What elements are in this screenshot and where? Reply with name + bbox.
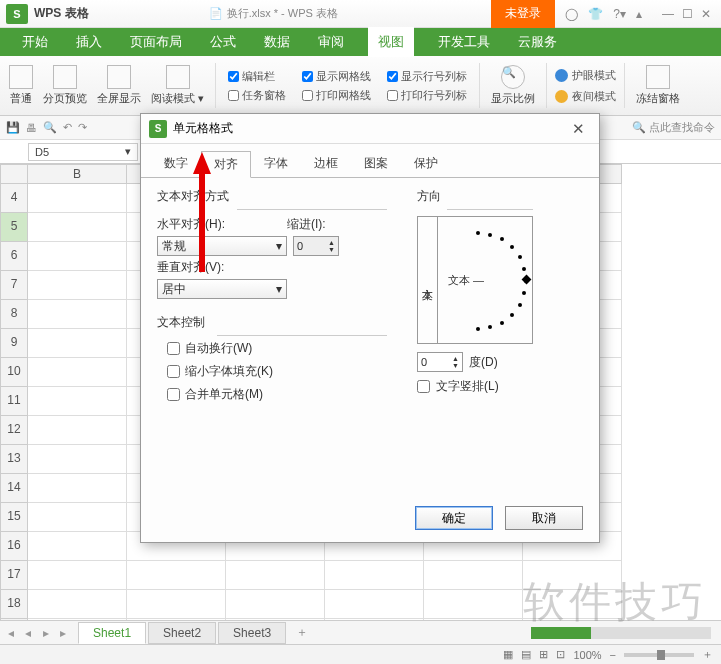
ok-button[interactable]: 确定 [415,506,493,530]
zoom-button[interactable]: 🔍显示比例 [488,65,538,106]
cell-G18[interactable] [523,590,622,619]
row-head-4[interactable]: 4 [0,184,28,213]
ribbon-分页预览[interactable]: 分页预览 [40,65,90,106]
menu-视图[interactable]: 视图 [368,27,414,57]
row-head-10[interactable]: 10 [0,358,28,387]
qat-preview-icon[interactable]: 🔍 [43,121,57,134]
cell-B7[interactable] [28,271,127,300]
cell-B14[interactable] [28,474,127,503]
cell-B9[interactable] [28,329,127,358]
halign-combo[interactable]: 常规▾ [157,236,287,256]
dialog-tab-对齐[interactable]: 对齐 [201,151,251,178]
cell-B6[interactable] [28,242,127,271]
ribbon-check-任务窗格[interactable]: 任务窗格 [228,88,286,103]
cell-B13[interactable] [28,445,127,474]
cell-E18[interactable] [325,590,424,619]
cell-B8[interactable] [28,300,127,329]
night-mode-toggle[interactable]: 夜间模式 [555,89,616,104]
ctrl-check-合并单元格(M)[interactable]: 合并单元格(M) [167,386,387,403]
row-head-8[interactable]: 8 [0,300,28,329]
add-sheet-button[interactable]: ＋ [288,621,316,644]
row-head-13[interactable]: 13 [0,445,28,474]
cell-E17[interactable] [325,561,424,590]
select-all-corner[interactable] [0,164,28,184]
ribbon-check-显示行号列标[interactable]: 显示行号列标 [387,69,467,84]
zoom-out-icon[interactable]: − [610,649,616,661]
view-normal-icon[interactable]: ▦ [503,648,513,661]
qat-redo-icon[interactable]: ↷ [78,121,87,134]
help-icon[interactable]: ?▾ [613,7,626,21]
direction-box[interactable]: 文本 文本 — [417,216,533,344]
dialog-tab-图案[interactable]: 图案 [351,150,401,177]
cell-F18[interactable] [424,590,523,619]
ribbon-阅读模式 ▾[interactable]: 阅读模式 ▾ [148,65,207,106]
close-icon[interactable]: ✕ [701,7,711,21]
view-page-icon[interactable]: ▤ [521,648,531,661]
row-head-15[interactable]: 15 [0,503,28,532]
sheet-nav[interactable]: ◂ ◂ ▸ ▸ [8,626,70,640]
col-head-B[interactable]: B [28,164,127,184]
dialog-tab-保护[interactable]: 保护 [401,150,451,177]
ctrl-check-自动换行(W)[interactable]: 自动换行(W) [167,340,387,357]
horizontal-scrollbar[interactable] [531,627,711,639]
qat-undo-icon[interactable]: ↶ [63,121,72,134]
row-head-17[interactable]: 17 [0,561,28,590]
row-head-7[interactable]: 7 [0,271,28,300]
dialog-tab-数字[interactable]: 数字 [151,150,201,177]
freeze-button[interactable]: 冻结窗格 [633,65,683,106]
menu-云服务[interactable]: 云服务 [514,27,561,57]
cell-B16[interactable] [28,532,127,561]
cell-B18[interactable] [28,590,127,619]
menu-审阅[interactable]: 审阅 [314,27,348,57]
row-head-12[interactable]: 12 [0,416,28,445]
sheet-tab-Sheet3[interactable]: Sheet3 [218,622,286,644]
menu-公式[interactable]: 公式 [206,27,240,57]
login-button[interactable]: 未登录 [491,0,555,28]
cell-B15[interactable] [28,503,127,532]
valign-combo[interactable]: 居中▾ [157,279,287,299]
cell-B10[interactable] [28,358,127,387]
row-head-9[interactable]: 9 [0,329,28,358]
chevron-down-icon[interactable]: ▾ [125,145,131,158]
cell-G17[interactable] [523,561,622,590]
dialog-tab-字体[interactable]: 字体 [251,150,301,177]
ribbon-全屏显示[interactable]: 全屏显示 [94,65,144,106]
shirt-icon[interactable]: 👕 [588,7,603,21]
cell-B11[interactable] [28,387,127,416]
menu-开发工具[interactable]: 开发工具 [434,27,494,57]
ctrl-check-缩小字体填充(K)[interactable]: 缩小字体填充(K) [167,363,387,380]
menu-开始[interactable]: 开始 [18,27,52,57]
ribbon-check-编辑栏[interactable]: 编辑栏 [228,69,286,84]
cell-C18[interactable] [127,590,226,619]
zoom-in-icon[interactable]: ＋ [702,647,713,662]
row-head-16[interactable]: 16 [0,532,28,561]
degree-spinner[interactable]: 0▲▼ [417,352,463,372]
menu-插入[interactable]: 插入 [72,27,106,57]
minimize-icon[interactable]: — [662,7,674,21]
row-head-6[interactable]: 6 [0,242,28,271]
row-head-11[interactable]: 11 [0,387,28,416]
cell-B17[interactable] [28,561,127,590]
sheet-tab-Sheet2[interactable]: Sheet2 [148,622,216,644]
ribbon-check-打印行号列标[interactable]: 打印行号列标 [387,88,467,103]
eye-mode-toggle[interactable]: 护眼模式 [555,68,616,83]
cell-D18[interactable] [226,590,325,619]
cell-B12[interactable] [28,416,127,445]
cell-C17[interactable] [127,561,226,590]
ribbon-check-打印网格线[interactable]: 打印网格线 [302,88,371,103]
dialog-close-button[interactable]: ✕ [566,118,591,140]
menu-数据[interactable]: 数据 [260,27,294,57]
menu-页面布局[interactable]: 页面布局 [126,27,186,57]
find-command[interactable]: 🔍 点此查找命令 [632,120,715,135]
qat-save-icon[interactable]: 💾 [6,121,20,134]
vertical-text-checkbox[interactable]: 文字竖排(L) [417,378,533,395]
cell-D17[interactable] [226,561,325,590]
view-grid-icon[interactable]: ⊞ [539,648,548,661]
cell-B5[interactable] [28,213,127,242]
collapse-icon[interactable]: ▴ [636,7,642,21]
dialog-tab-边框[interactable]: 边框 [301,150,351,177]
ribbon-普通[interactable]: 普通 [6,65,36,106]
cancel-button[interactable]: 取消 [505,506,583,530]
row-head-5[interactable]: 5 [0,213,28,242]
name-box[interactable]: D5▾ [28,143,138,161]
